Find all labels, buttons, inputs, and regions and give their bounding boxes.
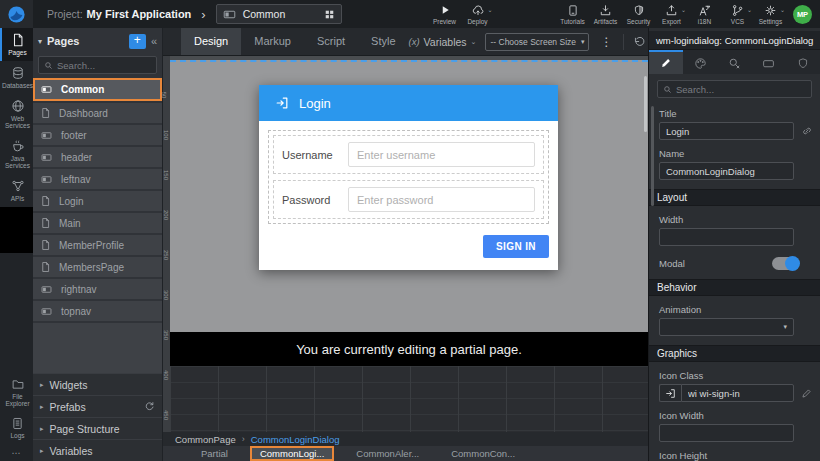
bottom-tab-commonalertdialog[interactable]: CommonAler... [346, 446, 429, 461]
security-button[interactable]: Security [622, 0, 655, 28]
page-item-header[interactable]: header [33, 147, 162, 167]
page-item-footer[interactable]: footer [33, 125, 162, 145]
export-caret-icon: ⌄ [681, 6, 686, 13]
title-input[interactable] [659, 122, 794, 140]
icon-width-input[interactable] [659, 424, 794, 442]
pages-search[interactable] [38, 56, 157, 74]
icon-class-input[interactable] [681, 384, 794, 402]
export-button[interactable]: ⌄ Export [655, 0, 688, 28]
settings-caret-icon: ⌄ [780, 6, 785, 13]
design-canvas[interactable]: Login Username Password [170, 56, 648, 332]
properties-search-input[interactable] [676, 84, 806, 95]
modal-toggle[interactable] [772, 257, 799, 270]
security-props-tab[interactable] [786, 50, 820, 74]
variables-dropdown[interactable]: (x) Variables ⌄ [409, 36, 477, 48]
login-dialog-footer: SIGN IN [259, 224, 558, 270]
properties-search[interactable] [657, 80, 812, 98]
bottom-tab-commonlogindialog[interactable]: CommonLogi... [250, 446, 334, 461]
page-item-label: Common [61, 84, 104, 95]
page-item-login[interactable]: Login [33, 191, 162, 211]
pages-caret-down-icon[interactable]: ▾ [38, 37, 42, 46]
section-label: Variables [50, 445, 155, 457]
properties-tab[interactable] [649, 50, 683, 74]
animation-select[interactable]: ▾ [659, 318, 794, 336]
section-widgets[interactable]: ▸ Widgets [33, 373, 162, 395]
styles-tab[interactable] [683, 50, 717, 74]
preview-button[interactable]: Preview [428, 0, 461, 28]
section-prefabs[interactable]: ▸ Prefabs [33, 395, 162, 417]
i18n-translate-icon [698, 4, 711, 17]
width-field-row [659, 228, 810, 246]
behavior-section-header[interactable]: Behavior [649, 279, 820, 296]
properties-header: wm-logindialog: CommonLoginDialog [649, 31, 820, 50]
screen-size-select[interactable]: -- Choose Screen Size -- ▾ [485, 33, 589, 51]
vcs-button[interactable]: ⌄ VCS [721, 0, 754, 28]
rail-item-logs[interactable]: Logs [0, 412, 33, 444]
bottom-tab-partial[interactable]: Partial [191, 446, 238, 461]
inspect-tab[interactable] [717, 50, 751, 74]
pages-panel-header: ▾ Pages + « [33, 28, 162, 54]
kebab-menu-icon[interactable]: ⋮ [598, 35, 614, 49]
breadcrumb-current[interactable]: CommonLoginDialog [251, 434, 340, 445]
section-variables[interactable]: ▸ Variables [33, 439, 162, 461]
password-input[interactable] [348, 187, 535, 212]
login-dialog-widget[interactable]: Login Username Password [259, 85, 558, 270]
rail-item-file-explorer[interactable]: File Explorer [0, 373, 33, 412]
artifacts-button[interactable]: Artifacts [589, 0, 622, 28]
rail-more-icon[interactable]: ⋯ [0, 444, 33, 461]
page-item-memberprofile[interactable]: MemberProfile [33, 235, 162, 255]
rail-item-web-services[interactable]: Web Services [0, 94, 33, 134]
name-field-label: Name [659, 148, 810, 159]
pages-search-input[interactable] [57, 60, 151, 71]
page-item-leftnav[interactable]: leftnav [33, 169, 162, 189]
rail-item-java-services[interactable]: Java Services [0, 134, 33, 174]
refresh-icon[interactable] [144, 401, 155, 412]
page-item-topnav[interactable]: topnav [33, 301, 162, 321]
breadcrumb-parent[interactable]: CommonPage [175, 434, 236, 445]
width-input[interactable] [659, 228, 794, 246]
i18n-button[interactable]: i18N [688, 0, 721, 28]
deploy-button[interactable]: ⌄ Deploy [461, 0, 494, 28]
tab-design[interactable]: Design [181, 28, 241, 55]
page-item-rightnav[interactable]: rightnav [33, 279, 162, 299]
bind-link-icon[interactable] [801, 125, 813, 137]
rail-databases-label: Databases [2, 82, 33, 89]
add-page-button[interactable]: + [129, 34, 146, 49]
wavemaker-logo[interactable] [0, 0, 33, 28]
page-item-memberspage[interactable]: MembersPage [33, 257, 162, 277]
settings-button[interactable]: ⌄ Settings [754, 0, 787, 28]
search-icon [663, 85, 672, 94]
username-input[interactable] [348, 142, 535, 167]
canvas-scrollbar[interactable] [644, 76, 647, 132]
page-icon [40, 239, 51, 251]
page-item-dashboard[interactable]: Dashboard [33, 103, 162, 123]
rail-item-pages[interactable]: Pages [0, 28, 33, 61]
username-row[interactable]: Username [273, 135, 544, 174]
grid-view-icon[interactable] [324, 9, 335, 20]
password-row[interactable]: Password [273, 180, 544, 219]
section-page-structure[interactable]: ▸ Page Structure [33, 417, 162, 439]
tab-markup[interactable]: Markup [241, 28, 304, 55]
page-item-main[interactable]: Main [33, 213, 162, 233]
graphics-section-header[interactable]: Graphics [649, 345, 820, 362]
sign-in-icon [275, 96, 289, 110]
tab-style[interactable]: Style [358, 28, 408, 55]
rail-item-apis[interactable]: APIs [0, 174, 33, 207]
undo-button[interactable] [633, 35, 646, 48]
device-tab[interactable] [752, 50, 786, 74]
tab-script[interactable]: Script [304, 28, 358, 55]
rail-item-databases[interactable]: Databases [0, 61, 33, 94]
edit-pencil-icon[interactable] [801, 388, 812, 399]
collapse-panel-icon[interactable]: « [151, 35, 157, 47]
user-avatar[interactable]: MP [793, 5, 812, 24]
tutorials-button[interactable]: Tutorials [556, 0, 589, 28]
sign-in-button[interactable]: SIGN IN [483, 235, 549, 258]
page-item-common[interactable]: Common [33, 78, 162, 101]
page-selector-dropdown[interactable]: Common [216, 4, 342, 24]
login-dialog-header[interactable]: Login [259, 85, 558, 121]
properties-scrollbar[interactable] [651, 106, 654, 206]
layout-section-header[interactable]: Layout [649, 189, 820, 206]
form-container[interactable]: Username Password [268, 130, 549, 224]
name-input[interactable] [659, 162, 794, 180]
bottom-tab-commonconfirmdialog[interactable]: CommonCon... [441, 446, 525, 461]
